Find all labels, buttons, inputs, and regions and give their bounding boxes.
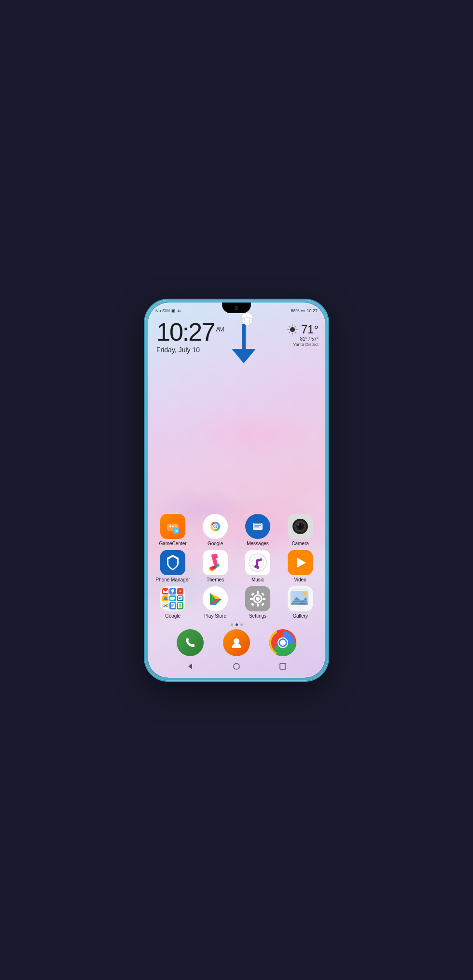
youtube-mini bbox=[177, 588, 183, 594]
themes-label: Themes bbox=[207, 577, 224, 582]
sim-status: No SIM bbox=[155, 308, 170, 313]
notch bbox=[222, 303, 251, 313]
gallery-label: Gallery bbox=[292, 613, 308, 619]
svg-text:⊞: ⊞ bbox=[175, 529, 178, 533]
svg-rect-18 bbox=[173, 525, 174, 527]
nav-back[interactable] bbox=[184, 661, 196, 672]
clock-widget: 10:27AM Friday, July 10 bbox=[156, 319, 223, 354]
weather-widget: 71° 81° / 57° Yanta District bbox=[287, 323, 319, 347]
svg-rect-87 bbox=[250, 598, 253, 600]
dot-1 bbox=[231, 623, 233, 626]
gamecenter-icon: ⊞ bbox=[160, 514, 185, 539]
dot-2 bbox=[236, 623, 238, 626]
svg-marker-5 bbox=[232, 349, 256, 363]
playstore-label: Play Store bbox=[204, 613, 226, 619]
app-phonemanager[interactable]: Phone Manager bbox=[154, 550, 192, 582]
music-label: Music bbox=[251, 577, 264, 582]
sim-icon: ▣ bbox=[171, 308, 176, 313]
svg-point-19 bbox=[175, 525, 176, 526]
dock-chrome[interactable] bbox=[269, 629, 296, 656]
app-gallery[interactable]: Gallery bbox=[281, 586, 319, 619]
app-row-1: ⊞ GameCenter G bbox=[152, 514, 321, 546]
svg-point-65 bbox=[163, 604, 165, 606]
video-icon bbox=[288, 550, 313, 575]
weather-icon bbox=[287, 324, 298, 335]
svg-rect-85 bbox=[257, 591, 259, 594]
app-googlefolder[interactable]: Google bbox=[154, 586, 192, 619]
gamecenter-label: GameCenter bbox=[159, 541, 186, 546]
dock bbox=[148, 629, 325, 656]
svg-point-68 bbox=[166, 606, 167, 607]
app-music[interactable]: Music bbox=[239, 550, 277, 582]
app-row-3: Google bbox=[152, 586, 321, 619]
svg-point-111 bbox=[234, 663, 239, 669]
svg-line-13 bbox=[295, 326, 296, 327]
svg-point-6 bbox=[290, 327, 295, 332]
svg-point-41 bbox=[301, 525, 302, 525]
sheets-mini bbox=[177, 602, 183, 609]
dock-phone[interactable] bbox=[177, 629, 204, 656]
svg-point-98 bbox=[303, 592, 306, 596]
svg-rect-1 bbox=[244, 317, 250, 325]
svg-rect-3 bbox=[250, 318, 252, 323]
google-icon: G G bbox=[203, 514, 228, 539]
weather-location: Yanta District bbox=[287, 342, 319, 347]
nav-recent[interactable] bbox=[277, 661, 289, 672]
arrow-annotation bbox=[227, 311, 261, 364]
docs-mini bbox=[169, 602, 176, 609]
svg-point-64 bbox=[165, 605, 167, 607]
app-messages[interactable]: Messages bbox=[239, 514, 277, 546]
svg-rect-2 bbox=[242, 318, 245, 323]
gmail-mini bbox=[162, 588, 168, 594]
googlefolder-label: Google bbox=[165, 613, 181, 619]
svg-rect-61 bbox=[178, 596, 182, 600]
svg-point-66 bbox=[166, 604, 167, 606]
app-gamecenter[interactable]: ⊞ GameCenter bbox=[154, 514, 192, 546]
svg-point-54 bbox=[171, 589, 174, 592]
svg-point-84 bbox=[256, 597, 260, 601]
nav-home[interactable] bbox=[231, 661, 242, 672]
gallery-icon bbox=[288, 586, 313, 611]
svg-rect-86 bbox=[257, 604, 259, 607]
phone-device: No SIM ▣ ≋ 86% ▭ 10:27 bbox=[145, 300, 328, 681]
camera-icon bbox=[288, 514, 313, 539]
weather-high: 81° bbox=[300, 336, 307, 342]
battery-percent: 86% bbox=[291, 308, 299, 313]
svg-line-14 bbox=[289, 332, 290, 333]
svg-point-51 bbox=[256, 566, 259, 569]
folder-grid bbox=[160, 586, 185, 611]
clock-time: 10:27 bbox=[156, 318, 214, 346]
app-video[interactable]: Video bbox=[281, 550, 319, 582]
app-playstore[interactable]: Play Store bbox=[196, 586, 234, 619]
svg-point-109 bbox=[280, 640, 286, 646]
messages-label: Messages bbox=[247, 541, 269, 546]
app-themes[interactable]: Themes bbox=[196, 550, 234, 582]
music-icon bbox=[245, 550, 270, 575]
settings-icon bbox=[245, 586, 270, 611]
page-dots bbox=[148, 623, 325, 626]
maps-mini bbox=[169, 588, 176, 594]
phonemanager-icon bbox=[160, 550, 185, 575]
svg-rect-112 bbox=[280, 663, 286, 669]
wifi-icon: ≋ bbox=[177, 308, 181, 313]
photos-mini bbox=[162, 602, 168, 609]
weather-temp: 71° bbox=[301, 323, 319, 336]
battery-icon: ▭ bbox=[301, 308, 305, 313]
app-camera[interactable]: Camera bbox=[281, 514, 319, 546]
messages-icon bbox=[245, 514, 270, 539]
camera-label: Camera bbox=[292, 541, 309, 546]
svg-point-67 bbox=[163, 606, 165, 607]
themes-icon bbox=[203, 550, 228, 575]
messages-mini bbox=[177, 595, 183, 601]
dock-contacts[interactable] bbox=[223, 629, 250, 656]
svg-line-11 bbox=[289, 326, 290, 327]
app-google[interactable]: G G Google bbox=[196, 514, 234, 546]
video-label: Video bbox=[294, 577, 306, 582]
clock-status: 10:27 bbox=[306, 308, 318, 313]
svg-line-12 bbox=[295, 332, 296, 333]
svg-point-101 bbox=[183, 635, 197, 650]
svg-rect-28 bbox=[253, 523, 263, 530]
svg-rect-59 bbox=[170, 597, 174, 600]
app-settings[interactable]: Settings bbox=[239, 586, 277, 619]
svg-point-16 bbox=[169, 525, 171, 527]
